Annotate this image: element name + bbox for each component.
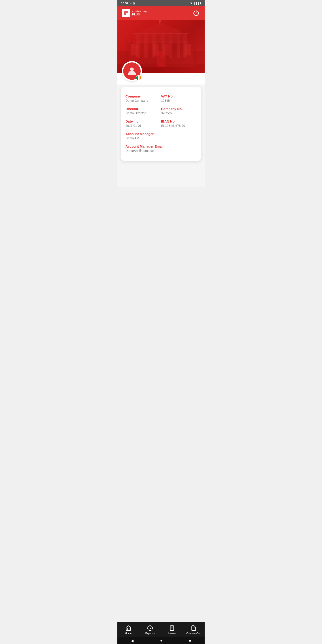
iban-value: IR 123 45 678 90 bbox=[161, 124, 195, 128]
sim-icon: ▪▪ bbox=[130, 2, 132, 4]
svg-rect-20 bbox=[184, 44, 191, 56]
power-button[interactable] bbox=[192, 9, 200, 17]
content-wrapper: Company Demo Company VAT No. 12345 Direc… bbox=[118, 73, 204, 187]
logo-text: contracting PLUS bbox=[132, 10, 148, 16]
director-value: Demo Director bbox=[126, 111, 159, 115]
battery-icon: ▮ bbox=[200, 2, 201, 5]
director-label: Director bbox=[126, 107, 159, 111]
account-manager-value: Demo AM bbox=[126, 136, 195, 140]
company-no-field: Company No. 370xxxx bbox=[161, 105, 196, 117]
info-grid: Company Demo Company VAT No. 12345 Direc… bbox=[126, 92, 196, 155]
svg-rect-15 bbox=[177, 33, 180, 58]
info-card: Company Demo Company VAT No. 12345 Direc… bbox=[121, 87, 201, 161]
date-inc-label: Date Inc bbox=[126, 120, 159, 123]
company-field: Company Demo Company bbox=[126, 92, 161, 105]
svg-rect-11 bbox=[144, 33, 148, 58]
account-manager-label: Account Manager bbox=[126, 132, 195, 136]
svg-rect-0 bbox=[126, 14, 128, 14]
company-label: Company bbox=[126, 94, 159, 98]
date-inc-field: Date Inc 2017-01-01 bbox=[126, 117, 161, 130]
account-manager-email-value: DemoAM@demo.com bbox=[126, 149, 195, 152]
company-value: Demo Company bbox=[126, 99, 159, 102]
director-field: Director Demo Director bbox=[126, 105, 161, 117]
avatar-wrapper bbox=[122, 61, 142, 81]
vat-value: 12345 bbox=[161, 99, 195, 102]
time-display: 10:52 bbox=[121, 2, 128, 5]
account-manager-email-field: Account Manager Email DemoAM@demo.com bbox=[126, 142, 196, 155]
ireland-flag-badge bbox=[136, 75, 142, 81]
account-manager-field: Account Manager Demo AM bbox=[126, 130, 196, 142]
app-header: contracting PLUS bbox=[118, 6, 204, 20]
status-bar-left: 10:52 ▪▪ @ bbox=[121, 2, 136, 5]
avatar-section bbox=[118, 73, 204, 84]
vat-label: VAT No. bbox=[161, 94, 195, 98]
svg-rect-25 bbox=[133, 33, 189, 34]
iban-label: IBAN No. bbox=[161, 120, 195, 123]
logo-line1: contracting bbox=[132, 10, 148, 13]
svg-point-26 bbox=[130, 68, 134, 71]
svg-rect-23 bbox=[194, 51, 204, 67]
svg-rect-21 bbox=[156, 51, 166, 67]
status-bar: 10:52 ▪▪ @ ▼ ▐▐▐ ▮ bbox=[118, 0, 204, 6]
account-manager-email-label: Account Manager Email bbox=[126, 144, 195, 148]
date-inc-value: 2017-01-01 bbox=[126, 124, 159, 128]
svg-marker-6 bbox=[140, 28, 182, 33]
svg-rect-24 bbox=[133, 42, 189, 42]
vat-field: VAT No. 12345 bbox=[161, 92, 196, 105]
company-no-label: Company No. bbox=[161, 107, 195, 111]
logo-container: contracting PLUS bbox=[122, 9, 148, 17]
logo-line2: PLUS bbox=[132, 13, 148, 16]
svg-rect-17 bbox=[131, 44, 138, 56]
signal-icon: ▐▐▐ bbox=[194, 2, 199, 4]
at-icon: @ bbox=[133, 2, 136, 5]
company-no-value: 370xxxx bbox=[161, 111, 195, 115]
status-bar-right: ▼ ▐▐▐ ▮ bbox=[190, 2, 201, 5]
iban-field: IBAN No. IR 123 45 678 90 bbox=[161, 117, 196, 130]
svg-rect-14 bbox=[169, 33, 172, 58]
logo-icon bbox=[122, 9, 130, 17]
wifi-icon: ▼ bbox=[190, 2, 193, 5]
